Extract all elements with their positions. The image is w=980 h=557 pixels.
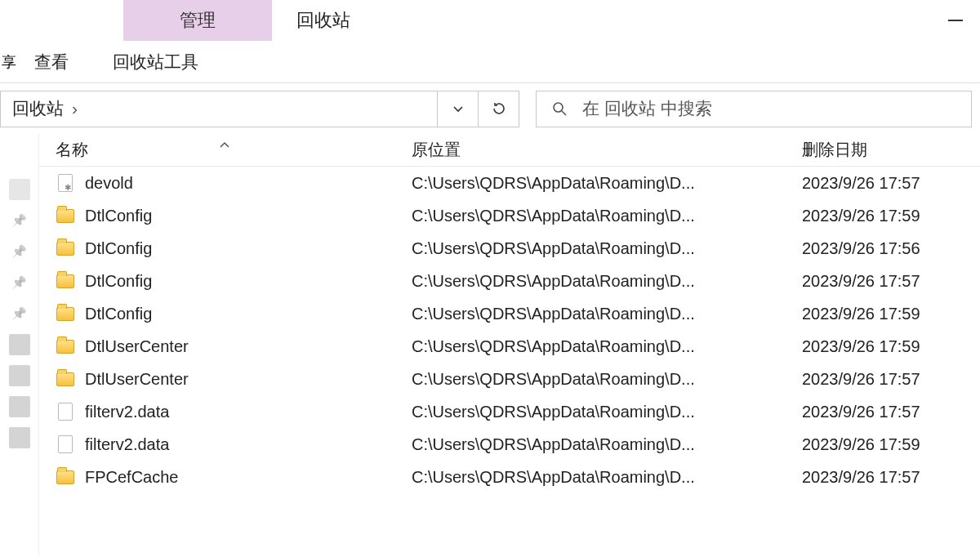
cell-origin: C:\Users\QDRS\AppData\Roaming\D... bbox=[407, 174, 797, 193]
ribbon-tab-view[interactable]: 查看 bbox=[10, 41, 93, 82]
refresh-icon bbox=[492, 101, 506, 116]
cell-name: DtlUserCenter bbox=[39, 369, 407, 389]
ribbon-tab-recycle-tools-label: 回收站工具 bbox=[113, 51, 198, 74]
table-row[interactable]: DtlConfigC:\Users\QDRS\AppData\Roaming\D… bbox=[39, 265, 980, 297]
folder-icon bbox=[56, 304, 75, 323]
svg-point-0 bbox=[554, 103, 563, 112]
column-header-name-label: 名称 bbox=[56, 140, 88, 158]
search-box[interactable]: 在 回收站 中搜索 bbox=[536, 91, 972, 127]
folder-icon bbox=[56, 238, 75, 258]
file-icon bbox=[56, 434, 75, 454]
nav-item[interactable] bbox=[9, 396, 30, 417]
table-row[interactable]: filterv2.dataC:\Users\QDRS\AppData\Roami… bbox=[39, 428, 980, 461]
column-header-deleted-label: 删除日期 bbox=[802, 140, 867, 158]
minimize-button[interactable] bbox=[931, 0, 980, 41]
settings-file-icon bbox=[56, 173, 75, 193]
svg-line-1 bbox=[562, 111, 566, 115]
nav-item[interactable] bbox=[9, 179, 30, 200]
titlebar-spacer bbox=[0, 0, 123, 41]
title-bar: 管理 回收站 bbox=[0, 0, 980, 41]
cell-name: DtlConfig bbox=[39, 206, 407, 225]
cell-name: filterv2.data bbox=[39, 402, 407, 421]
search-icon bbox=[551, 100, 568, 117]
file-name: filterv2.data bbox=[85, 435, 169, 454]
address-segments[interactable]: 回收站 › bbox=[1, 91, 437, 127]
context-tab-manage[interactable]: 管理 bbox=[123, 0, 272, 41]
breadcrumb-segment[interactable]: 回收站 bbox=[9, 97, 67, 120]
titlebar-flex bbox=[350, 0, 931, 41]
folder-icon bbox=[56, 271, 75, 291]
column-header-name[interactable]: 名称 bbox=[39, 139, 407, 161]
ribbon-tab-recycle-tools[interactable]: 回收站工具 bbox=[93, 41, 218, 82]
cell-origin: C:\Users\QDRS\AppData\Roaming\D... bbox=[407, 403, 797, 421]
nav-item[interactable] bbox=[9, 334, 30, 355]
table-row[interactable]: DtlConfigC:\Users\QDRS\AppData\Roaming\D… bbox=[39, 232, 980, 265]
column-header-origin-label: 原位置 bbox=[412, 140, 461, 158]
address-history-dropdown[interactable] bbox=[437, 91, 478, 127]
file-name: filterv2.data bbox=[85, 403, 169, 421]
refresh-button[interactable] bbox=[478, 91, 519, 127]
file-name: FPCefCache bbox=[85, 468, 179, 487]
nav-item-pinned[interactable] bbox=[9, 210, 30, 231]
folder-icon bbox=[56, 206, 75, 225]
file-rows: devoldC:\Users\QDRS\AppData\Roaming\D...… bbox=[39, 167, 980, 557]
cell-name: DtlConfig bbox=[39, 271, 407, 291]
table-row[interactable]: filterv2.dataC:\Users\QDRS\AppData\Roami… bbox=[39, 395, 980, 428]
column-header-origin[interactable]: 原位置 bbox=[407, 139, 797, 161]
file-name: DtlConfig bbox=[85, 207, 152, 225]
ribbon-tab-view-label: 查看 bbox=[34, 51, 69, 74]
table-row[interactable]: DtlConfigC:\Users\QDRS\AppData\Roaming\D… bbox=[39, 199, 980, 232]
column-header-deleted[interactable]: 删除日期 bbox=[797, 139, 980, 161]
cell-deleted-date: 2023/9/26 17:57 bbox=[797, 272, 980, 291]
cell-origin: C:\Users\QDRS\AppData\Roaming\D... bbox=[407, 272, 797, 291]
cell-origin: C:\Users\QDRS\AppData\Roaming\D... bbox=[407, 435, 797, 454]
cell-origin: C:\Users\QDRS\AppData\Roaming\D... bbox=[407, 337, 797, 356]
nav-item-pinned[interactable] bbox=[9, 303, 30, 324]
cell-deleted-date: 2023/9/26 17:57 bbox=[797, 468, 980, 487]
ribbon-tab-share-partial[interactable]: 享 bbox=[0, 41, 10, 82]
nav-item[interactable] bbox=[9, 365, 30, 386]
cell-origin: C:\Users\QDRS\AppData\Roaming\D... bbox=[407, 370, 797, 389]
window-title-text: 回收站 bbox=[296, 8, 350, 33]
cell-name: DtlConfig bbox=[39, 238, 407, 258]
folder-icon bbox=[56, 467, 75, 487]
minimize-icon bbox=[948, 20, 963, 21]
file-name: DtlConfig bbox=[85, 272, 152, 291]
cell-deleted-date: 2023/9/26 17:57 bbox=[797, 174, 980, 193]
content-area: 名称 原位置 删除日期 devoldC:\Users\QDRS\AppData\… bbox=[0, 134, 980, 557]
file-name: DtlConfig bbox=[85, 305, 152, 323]
cell-origin: C:\Users\QDRS\AppData\Roaming\D... bbox=[407, 207, 797, 225]
breadcrumb-separator[interactable]: › bbox=[67, 99, 82, 118]
file-name: DtlConfig bbox=[85, 239, 152, 258]
cell-origin: C:\Users\QDRS\AppData\Roaming\D... bbox=[407, 239, 797, 258]
sort-indicator bbox=[219, 134, 230, 153]
cell-deleted-date: 2023/9/26 17:59 bbox=[797, 207, 980, 225]
nav-item-pinned[interactable] bbox=[9, 241, 30, 262]
cell-name: devold bbox=[39, 173, 407, 193]
cell-name: DtlConfig bbox=[39, 304, 407, 323]
file-name: DtlUserCenter bbox=[85, 370, 189, 389]
folder-icon bbox=[56, 369, 75, 389]
cell-deleted-date: 2023/9/26 17:59 bbox=[797, 435, 980, 454]
file-name: devold bbox=[85, 174, 133, 193]
search-placeholder: 在 回收站 中搜索 bbox=[582, 97, 712, 120]
navigation-row: 回收站 › 在 回收站 中搜索 bbox=[0, 83, 980, 134]
table-row[interactable]: DtlUserCenterC:\Users\QDRS\AppData\Roami… bbox=[39, 363, 980, 395]
cell-origin: C:\Users\QDRS\AppData\Roaming\D... bbox=[407, 468, 797, 487]
cell-deleted-date: 2023/9/26 17:57 bbox=[797, 403, 980, 421]
file-list: 名称 原位置 删除日期 devoldC:\Users\QDRS\AppData\… bbox=[39, 134, 980, 557]
table-row[interactable]: DtlConfigC:\Users\QDRS\AppData\Roaming\D… bbox=[39, 297, 980, 330]
table-row[interactable]: DtlUserCenterC:\Users\QDRS\AppData\Roami… bbox=[39, 330, 980, 363]
file-icon bbox=[56, 402, 75, 421]
address-bar[interactable]: 回收站 › bbox=[0, 91, 519, 127]
cell-origin: C:\Users\QDRS\AppData\Roaming\D... bbox=[407, 305, 797, 323]
file-name: DtlUserCenter bbox=[85, 337, 189, 356]
nav-item-pinned[interactable] bbox=[9, 272, 30, 293]
nav-item[interactable] bbox=[9, 427, 30, 448]
nav-pane[interactable] bbox=[0, 134, 39, 557]
cell-name: FPCefCache bbox=[39, 467, 407, 487]
cell-name: DtlUserCenter bbox=[39, 336, 407, 356]
table-row[interactable]: FPCefCacheC:\Users\QDRS\AppData\Roaming\… bbox=[39, 461, 980, 493]
table-row[interactable]: devoldC:\Users\QDRS\AppData\Roaming\D...… bbox=[39, 167, 980, 199]
cell-deleted-date: 2023/9/26 17:57 bbox=[797, 370, 980, 389]
